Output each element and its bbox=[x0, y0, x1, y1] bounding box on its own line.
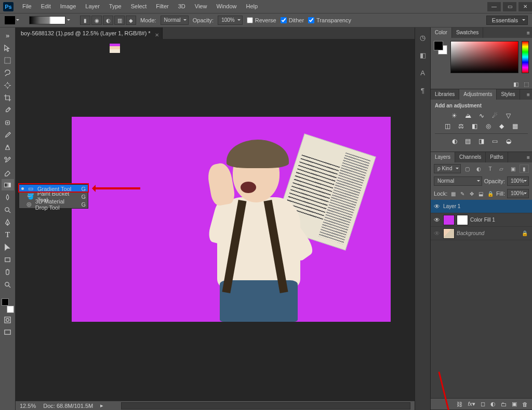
type-tool[interactable]: T bbox=[2, 229, 14, 240]
visibility-toggle[interactable]: 👁 bbox=[433, 216, 441, 224]
menu-3d[interactable]: 3D bbox=[174, 0, 190, 13]
filter-adjust-icon[interactable]: ◐ bbox=[474, 165, 484, 173]
eraser-tool[interactable] bbox=[2, 167, 14, 178]
dither-checkbox[interactable]: Dither bbox=[281, 17, 304, 23]
gradient-picker[interactable] bbox=[29, 16, 65, 24]
hue-sat-icon[interactable]: ◫ bbox=[443, 122, 453, 130]
add-mask-icon[interactable]: ◻ bbox=[481, 401, 485, 407]
blur-tool[interactable] bbox=[2, 192, 14, 203]
filter-toggle[interactable]: ▮ bbox=[520, 165, 529, 173]
bw-icon[interactable]: ◧ bbox=[470, 122, 480, 130]
menu-select[interactable]: Select bbox=[126, 0, 152, 13]
brightness-contrast-icon[interactable]: ☀ bbox=[450, 112, 459, 120]
layer-row[interactable]: 👁 Color Fill 1 bbox=[431, 213, 532, 227]
libraries-tab[interactable]: Libraries bbox=[431, 89, 459, 100]
pen-tool[interactable] bbox=[2, 216, 14, 228]
quick-select-tool[interactable] bbox=[2, 79, 14, 91]
layer-name[interactable]: Color Fill 1 bbox=[470, 217, 495, 223]
hand-tool[interactable] bbox=[2, 266, 14, 278]
lasso-tool[interactable] bbox=[2, 67, 14, 78]
layer-style-icon[interactable]: fx▾ bbox=[468, 401, 475, 407]
gradient-tool[interactable] bbox=[2, 179, 14, 190]
new-adjustment-icon[interactable]: ◐ bbox=[490, 401, 496, 407]
foreground-background-colors[interactable] bbox=[2, 298, 14, 313]
channels-tab[interactable]: Channels bbox=[455, 152, 486, 162]
lock-all-icon[interactable]: 🔒 bbox=[487, 189, 494, 198]
link-layers-icon[interactable]: ⛓ bbox=[457, 401, 462, 407]
tool-preset-picker[interactable] bbox=[4, 16, 16, 25]
curves-icon[interactable]: ∿ bbox=[477, 112, 486, 120]
color-lookup-icon[interactable]: ▦ bbox=[511, 122, 520, 130]
doc-size[interactable]: Doc: 68.8M/101.5M bbox=[43, 403, 93, 409]
layer-filter-kind-dropdown[interactable]: ρ Kind bbox=[434, 164, 461, 173]
zoom-tool[interactable] bbox=[2, 279, 14, 290]
dodge-tool[interactable] bbox=[2, 204, 14, 215]
blend-mode-dropdown[interactable]: Normal bbox=[161, 16, 189, 25]
posterize-icon[interactable]: ▤ bbox=[463, 137, 473, 145]
clone-stamp-tool[interactable] bbox=[2, 142, 14, 153]
move-tool[interactable] bbox=[2, 42, 14, 53]
history-brush-tool[interactable] bbox=[2, 154, 14, 166]
lock-position-icon[interactable]: ✎ bbox=[459, 189, 466, 198]
viewport[interactable] bbox=[16, 39, 415, 401]
menu-file[interactable]: File bbox=[18, 0, 36, 13]
layer-mask-thumbnail[interactable] bbox=[457, 215, 468, 225]
lock-pixels-icon[interactable]: ▦ bbox=[449, 189, 457, 198]
document-tab[interactable]: boy-5688132 (1).psd @ 12.5% (Layer 1, RG… bbox=[16, 28, 163, 39]
new-group-icon[interactable]: 🗀 bbox=[501, 401, 507, 407]
layer-name[interactable]: Layer 1 bbox=[443, 203, 460, 209]
threshold-icon[interactable]: ◨ bbox=[477, 137, 486, 145]
channel-mixer-icon[interactable]: ◆ bbox=[497, 122, 507, 130]
saturation-value-picker[interactable] bbox=[450, 41, 518, 73]
color-foot-icon[interactable]: ⬚ bbox=[524, 81, 529, 88]
menu-filter[interactable]: Filter bbox=[151, 0, 173, 13]
maximize-button[interactable]: ▭ bbox=[503, 2, 516, 11]
color-panel-menu[interactable]: ≡ bbox=[525, 28, 532, 38]
layers-panel-menu[interactable]: ≡ bbox=[525, 152, 532, 162]
history-panel-icon[interactable]: ◷ bbox=[418, 33, 428, 42]
layer-thumbnail[interactable] bbox=[443, 215, 455, 225]
levels-icon[interactable]: ⛰ bbox=[463, 112, 473, 120]
gradient-angle-button[interactable]: ◐ bbox=[103, 16, 113, 25]
expand-toolbar-icon[interactable]: » bbox=[2, 30, 14, 41]
quick-mask-button[interactable] bbox=[2, 314, 14, 325]
rectangle-tool[interactable] bbox=[2, 254, 14, 265]
layer-name[interactable]: Background bbox=[457, 230, 484, 236]
properties-panel-icon[interactable]: ◧ bbox=[418, 50, 428, 60]
fill-dropdown[interactable]: 100% bbox=[507, 189, 529, 198]
menu-help[interactable]: Help bbox=[242, 0, 263, 13]
brush-tool[interactable] bbox=[2, 129, 14, 141]
flyout-3d-material-drop-tool[interactable]: ◎ 3D Material Drop Tool G bbox=[19, 200, 88, 208]
healing-brush-tool[interactable] bbox=[2, 117, 14, 128]
vibrance-icon[interactable]: ▽ bbox=[504, 112, 513, 120]
adjustments-tab[interactable]: Adjustments bbox=[459, 89, 497, 100]
new-layer-icon[interactable]: ▣ bbox=[512, 401, 517, 407]
adjustments-panel-menu[interactable]: ≡ bbox=[525, 89, 532, 100]
lock-move-icon[interactable]: ✥ bbox=[468, 189, 475, 198]
layer-opacity-dropdown[interactable]: 100% bbox=[507, 176, 529, 186]
menu-image[interactable]: Image bbox=[56, 0, 81, 13]
layer-row[interactable]: 👁 Background 🔒 bbox=[431, 227, 532, 240]
menu-view[interactable]: View bbox=[190, 0, 212, 13]
reverse-checkbox[interactable]: Reverse bbox=[247, 17, 276, 23]
filter-smart-icon[interactable]: ▣ bbox=[508, 165, 517, 173]
delete-layer-icon[interactable]: 🗑 bbox=[522, 401, 528, 407]
menu-edit[interactable]: Edit bbox=[36, 0, 56, 13]
menu-layer[interactable]: Layer bbox=[81, 0, 104, 13]
transparency-checkbox[interactable]: Transparency bbox=[308, 17, 351, 23]
crop-tool[interactable] bbox=[2, 92, 14, 103]
paths-tab[interactable]: Paths bbox=[486, 152, 508, 162]
close-button[interactable]: ✕ bbox=[518, 2, 532, 11]
color-chips[interactable] bbox=[434, 41, 447, 76]
hue-slider[interactable] bbox=[522, 41, 529, 73]
menu-window[interactable]: Window bbox=[211, 0, 241, 13]
eyedropper-tool[interactable] bbox=[2, 104, 14, 116]
filter-shape-icon[interactable]: ▱ bbox=[497, 165, 506, 173]
layer-row[interactable]: 👁 Layer 1 bbox=[431, 200, 532, 213]
marquee-tool[interactable] bbox=[2, 54, 14, 66]
screen-mode-button[interactable] bbox=[2, 326, 14, 338]
gradient-linear-button[interactable]: ▮ bbox=[80, 16, 90, 25]
lock-artboard-icon[interactable]: ⬓ bbox=[477, 189, 485, 198]
gradient-diamond-button[interactable]: ◆ bbox=[126, 16, 136, 25]
gradient-map-icon[interactable]: ▭ bbox=[490, 137, 500, 145]
